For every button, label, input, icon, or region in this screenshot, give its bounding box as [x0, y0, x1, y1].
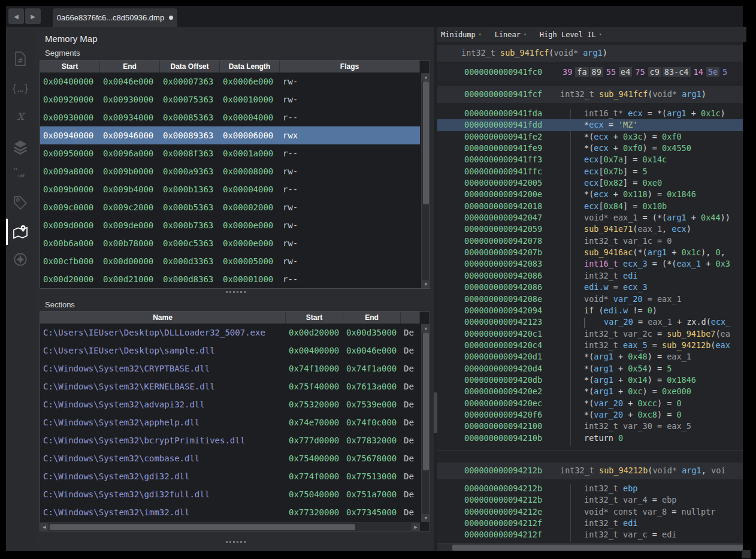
hex-byte[interactable]: 39 — [561, 67, 574, 77]
scroll-left-icon[interactable]: ◀ — [40, 523, 49, 531]
table-row[interactable]: 0x009c00000x009c20000x000b53630x00002000… — [40, 198, 420, 216]
column-header[interactable]: Data Offset — [160, 61, 220, 72]
table-row[interactable]: C:\Windows\System32\bcryptPrimitives.dll… — [40, 431, 420, 449]
function-preview[interactable]: int32_t sub_941fcf(void* arg1) — [437, 45, 743, 62]
hex-byte[interactable]: 83-c4 — [663, 67, 691, 77]
layout-dropdown[interactable]: Linear ▾ — [495, 31, 527, 39]
nav-forward-button[interactable]: ▶ — [25, 8, 41, 24]
hex-byte[interactable]: c9 — [648, 67, 661, 77]
table-row[interactable]: 0x009a80000x009b00000x000a93630x00008000… — [40, 162, 420, 180]
table-row[interactable]: 0x00cfb0000x00d000000x000d33630x00005000… — [40, 252, 420, 270]
code-line[interactable]: 000000000094212bint32_t ebp — [437, 483, 743, 494]
table-row[interactable]: C:\Windows\System32\KERNELBASE.dll0x75f4… — [40, 377, 420, 395]
column-header[interactable]: End — [343, 312, 401, 324]
hex-byte[interactable]: 5e — [706, 67, 719, 77]
hex-byte[interactable]: fa — [575, 67, 588, 77]
table-row[interactable]: C:\Windows\System32\imm32.dll0x773200000… — [40, 503, 420, 521]
code-line[interactable]: 0000000000942123var_20 = eax_1 + zx.d(ec… — [437, 316, 743, 328]
table-row[interactable]: C:\Windows\System32\gdi32.dll0x774f00000… — [40, 467, 420, 485]
hex-byte[interactable]: 14 — [692, 67, 705, 77]
code-line[interactable]: 0000000000941ff3ecx[0x7a] = 0x14c — [437, 154, 743, 165]
code-line[interactable]: 00000000009420f6*(var_20 + 0xc8) = 0 — [437, 409, 743, 421]
table-row[interactable]: 0x009500000x0096a0000x0008f3630x0001a000… — [40, 144, 420, 162]
sections-hscrollbar[interactable]: ◀ ▶ — [40, 522, 420, 531]
table-row[interactable]: C:\Windows\System32\apphelp.dll0x74e7000… — [40, 413, 420, 431]
table-row[interactable]: 0x009400000x009460000x000893630x00006000… — [40, 126, 420, 144]
hex-byte[interactable]: 5 — [721, 67, 729, 77]
table-row[interactable]: C:\Windows\System32\CRYPTBASE.dll0x74f10… — [40, 359, 420, 377]
hex-byte[interactable]: 89 — [590, 67, 603, 77]
code-line[interactable]: 0000000000942086int32_t edi — [437, 270, 743, 282]
sidebar-item-strings[interactable]: “” — [6, 164, 34, 188]
resize-corner[interactable] — [742, 550, 751, 558]
table-row[interactable]: 0x009d00000x009de0000x000b73630x0000e000… — [40, 216, 420, 234]
code-line[interactable]: 0000000000942083int16_t ecx_3 = (*(eax_1… — [437, 258, 743, 270]
code-line[interactable]: 000000000094200e*(ecx + 0x118) = 0x1846 — [437, 189, 743, 200]
pane-splitter[interactable] — [226, 541, 246, 543]
sidebar-item-symbols[interactable]: # — [6, 47, 34, 71]
code-line[interactable]: 000000000094207bsub_9416ac(*(arg1 + 0x1c… — [437, 247, 743, 258]
code-line[interactable]: 0000000000941fe2*(ecx + 0x3c) = 0xf0 — [437, 131, 743, 143]
code-line[interactable]: 00000000009420ec*(var_20 + 0xcc) = 0 — [437, 398, 743, 409]
hex-bytes-line[interactable]: 0000000000941fc0 39fa8955e475c983-c4145e… — [437, 64, 743, 81]
code-line[interactable]: 000000000094208evoid* var_20 = eax_1 — [437, 294, 743, 305]
code-line[interactable]: 00000000009420d4*(arg1 + 0x54) = 5 — [437, 363, 743, 374]
column-header[interactable]: Start — [286, 312, 343, 324]
column-header[interactable]: Data Length — [220, 61, 280, 72]
table-row[interactable]: C:\Users\IEUser\Desktop\DLLLoader32_5007… — [40, 324, 420, 342]
table-row[interactable]: 0x009200000x009300000x000753630x00010000… — [40, 90, 420, 108]
hex-byte[interactable]: 75 — [633, 67, 646, 77]
il-level-dropdown[interactable]: High Level IL ▾ — [540, 31, 602, 39]
sidebar-item-variables[interactable]: x — [6, 104, 34, 128]
column-header[interactable]: End — [100, 61, 160, 72]
code-line[interactable]: 000000000094212evoid* const var_8 = null… — [437, 506, 743, 518]
table-row[interactable]: 0x00d200000x00d210000x000d83630x00001000… — [40, 270, 420, 288]
function-start-line[interactable]: 0000000000941fcf int32_t sub_941fcf(void… — [437, 86, 743, 103]
sidebar-item-find[interactable] — [6, 247, 34, 271]
sidebar-item-types[interactable]: {…} — [6, 77, 34, 101]
code-line[interactable]: 000000000094212fint32_t edi — [437, 518, 743, 529]
table-row[interactable]: C:\Windows\System32\advapi32.dll0x753200… — [40, 395, 420, 413]
pane-splitter[interactable] — [226, 291, 246, 293]
scroll-down-icon[interactable]: ▼ — [422, 514, 430, 522]
tab-document[interactable]: 0a66e8376fc6...c8d50936.dmp — [53, 8, 177, 27]
scroll-down-icon[interactable]: ▼ — [422, 280, 430, 288]
scrollbar-thumb[interactable] — [423, 333, 429, 470]
column-header[interactable] — [401, 312, 420, 324]
sidebar-item-stack[interactable] — [6, 135, 34, 159]
table-row[interactable]: C:\Windows\System32\combase.dll0x7540000… — [40, 449, 420, 467]
code-line[interactable]: 0000000000942018ecx[0x84] = 0x10b — [437, 201, 743, 212]
code-line[interactable]: 0000000000942059sub_941e71(eax_1, ecx) — [437, 223, 743, 235]
table-row[interactable]: C:\Windows\System32\gdi32full.dll0x75040… — [40, 485, 420, 503]
hex-byte[interactable]: 55 — [604, 67, 618, 77]
code-line[interactable]: 00000000009420c1int32_t var_2c = sub_941… — [437, 328, 743, 340]
view-type-dropdown[interactable]: Minidump ▾ — [441, 31, 482, 39]
linear-hscrollbar[interactable] — [437, 543, 743, 551]
code-line[interactable]: 00000000009420e2*(arg1 + 0xc) = 0xe000 — [437, 386, 743, 397]
table-row[interactable]: C:\Users\IEUser\Desktop\sample.dll0x0040… — [40, 342, 420, 359]
scroll-up-icon[interactable]: ▲ — [422, 324, 430, 332]
code-line[interactable]: 0000000000941fe9*(ecx + 0xf0) = 0x4550 — [437, 143, 743, 154]
sections-vscrollbar[interactable]: ▲ ▼ — [421, 324, 430, 522]
code-line[interactable]: 0000000000942086edi.w = ecx_3 — [437, 282, 743, 293]
sidebar-item-tags[interactable] — [6, 191, 34, 214]
code-line[interactable]: 0000000000942078int32_t var_1c = 0 — [437, 235, 743, 247]
nav-back-button[interactable]: ◀ — [8, 8, 24, 24]
code-line[interactable]: 00000000009420c4int32_t eax_5 = sub_9421… — [437, 340, 743, 351]
table-row[interactable]: 0x00b6a0000x00b780000x000c53630x0000e000… — [40, 234, 420, 252]
code-line[interactable]: 000000000094212fint32_t var_c = edi — [437, 529, 743, 540]
table-row[interactable]: 0x004000000x0046e0000x000073630x0006e000… — [40, 72, 420, 90]
code-line[interactable]: 0000000000941fdaint16_t* ecx = *(arg1 + … — [437, 108, 743, 119]
scroll-up-icon[interactable]: ▲ — [422, 73, 430, 81]
function-header[interactable]: 000000000094212b int32_t sub_94212b(void… — [437, 463, 743, 479]
code-line[interactable]: 0000000000942047void* eax_1 = (*(arg1 + … — [437, 212, 743, 223]
column-header[interactable]: Flags — [280, 61, 420, 72]
code-line[interactable]: 000000000094212bint32_t var_4 = ebp — [437, 494, 743, 506]
scroll-right-icon[interactable]: ▶ — [412, 523, 420, 531]
code-line[interactable]: 00000000009420db*(arg1 + 0x14) = 0x1846 — [437, 374, 743, 386]
code-line[interactable]: 0000000000942005ecx[0x82] = 0xe0 — [437, 177, 743, 189]
column-header[interactable]: Start — [40, 61, 100, 72]
table-row[interactable]: 0x009b00000x009b40000x000b13630x00004000… — [40, 180, 420, 198]
code-line[interactable]: 0000000000942100int32_t var_30 = eax_5 — [437, 421, 743, 432]
scrollbar-thumb[interactable] — [50, 524, 355, 530]
